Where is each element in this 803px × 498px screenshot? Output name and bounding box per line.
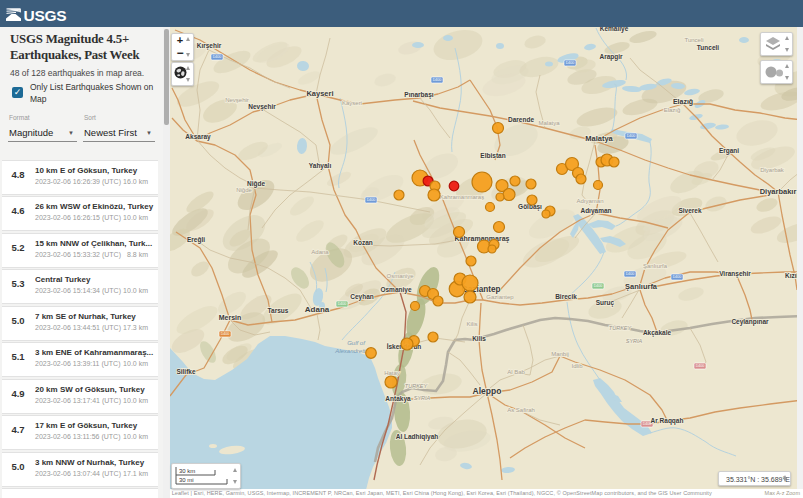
svg-text:Niğde: Niğde xyxy=(236,187,252,193)
svg-text:D400: D400 xyxy=(221,332,230,336)
svg-text:Pınarbaşı: Pınarbaşı xyxy=(404,91,433,99)
svg-text:Diyarbak: Diyarbak xyxy=(760,167,785,173)
svg-text:Elazığ: Elazığ xyxy=(664,107,681,113)
svg-text:Kilis: Kilis xyxy=(466,321,477,327)
svg-text:D400: D400 xyxy=(566,61,575,65)
svg-text:Malatya: Malatya xyxy=(585,134,613,143)
svg-text:Tarsus: Tarsus xyxy=(268,307,289,314)
svg-text:D400: D400 xyxy=(367,198,376,202)
svg-text:USGS: USGS xyxy=(24,8,67,22)
svg-text:Yahyalı: Yahyalı xyxy=(309,162,332,170)
svg-text:Tunceli: Tunceli xyxy=(684,37,703,43)
svg-text:Aleppo: Aleppo xyxy=(473,386,502,396)
svg-text:D400: D400 xyxy=(696,364,705,368)
svg-text:Al Ladhiqiyah: Al Ladhiqiyah xyxy=(396,433,439,441)
svg-text:Darende: Darende xyxy=(508,116,534,123)
svg-text:SYRIA: SYRIA xyxy=(626,338,643,344)
svg-text:Mersin: Mersin xyxy=(219,314,242,321)
svg-text:Viranşehir: Viranşehir xyxy=(719,270,751,278)
svg-text:Ceylanpınar: Ceylanpınar xyxy=(731,318,769,326)
svg-text:D400: D400 xyxy=(338,302,347,306)
svg-text:D400: D400 xyxy=(673,275,682,279)
svg-text:Tunceli: Tunceli xyxy=(697,44,719,51)
svg-text:Arapgir: Arapgir xyxy=(599,53,623,61)
svg-text:Malatya: Malatya xyxy=(538,120,560,126)
svg-text:Ereğli: Ereğli xyxy=(187,236,205,244)
svg-text:Kayseri: Kayseri xyxy=(306,89,333,98)
svg-text:Kilis: Kilis xyxy=(472,335,486,342)
svg-text:SYRIA: SYRIA xyxy=(414,395,431,401)
svg-text:Kayseri: Kayseri xyxy=(342,100,362,106)
svg-text:Gulf of: Gulf of xyxy=(347,340,366,346)
svg-text:Elazığ: Elazığ xyxy=(673,98,693,106)
svg-text:Kozan: Kozan xyxy=(353,239,373,246)
svg-text:D400: D400 xyxy=(626,272,635,276)
svg-text:D400: D400 xyxy=(627,134,636,138)
svg-text:Hatay: Hatay xyxy=(384,370,400,376)
svg-text:Adıyaman: Adıyaman xyxy=(580,207,611,215)
svg-text:Suruç: Suruç xyxy=(596,299,615,307)
svg-text:Manbij: Manbij xyxy=(551,351,569,357)
svg-text:Ergani: Ergani xyxy=(719,147,739,155)
svg-text:D400: D400 xyxy=(213,55,222,59)
svg-text:30 km: 30 km xyxy=(179,468,195,474)
svg-text:Osmaniye: Osmaniye xyxy=(380,286,411,294)
svg-text:Elbistan: Elbistan xyxy=(480,152,505,159)
svg-text:Al Bab: Al Bab xyxy=(507,369,525,375)
svg-text:Adana: Adana xyxy=(311,249,329,255)
svg-text:Şanlıurfa: Şanlıurfa xyxy=(643,263,668,269)
svg-text:Ar Raqqah: Ar Raqqah xyxy=(651,417,684,425)
svg-text:D400: D400 xyxy=(594,284,603,288)
svg-text:Antakya: Antakya xyxy=(385,395,411,403)
svg-text:TURKEY: TURKEY xyxy=(405,383,428,389)
svg-text:D400: D400 xyxy=(433,78,442,82)
svg-text:Idlib: Idlib xyxy=(571,363,583,369)
svg-text:Nevşehir: Nevşehir xyxy=(225,97,249,103)
svg-text:Adana: Adana xyxy=(305,305,330,314)
svg-text:Şanlıurfa: Şanlıurfa xyxy=(625,282,658,291)
svg-text:Adıyaman: Adıyaman xyxy=(576,198,603,204)
svg-text:Silifke: Silifke xyxy=(176,368,196,375)
svg-text:Nevşehir: Nevşehir xyxy=(248,103,276,111)
svg-text:Akçakale: Akçakale xyxy=(643,329,672,337)
svg-text:Aksaray: Aksaray xyxy=(185,133,211,141)
svg-text:Kırşehir: Kırşehir xyxy=(197,42,222,50)
svg-text:Siverek: Siverek xyxy=(678,207,702,214)
svg-text:Gaziantep: Gaziantep xyxy=(486,294,514,300)
svg-text:As Safirah: As Safirah xyxy=(507,407,535,413)
svg-text:Kahramanmaraş: Kahramanmaraş xyxy=(440,194,484,200)
svg-text:Diyarbakır: Diyarbakır xyxy=(760,187,797,196)
svg-text:Birecik: Birecik xyxy=(555,293,577,300)
svg-text:Osmaniye: Osmaniye xyxy=(386,273,414,279)
svg-text:Ceyhan: Ceyhan xyxy=(350,293,374,301)
svg-text:Alexandretta: Alexandretta xyxy=(334,348,369,354)
svg-text:TURKEY: TURKEY xyxy=(609,325,632,331)
svg-text:30 mi: 30 mi xyxy=(179,477,194,483)
